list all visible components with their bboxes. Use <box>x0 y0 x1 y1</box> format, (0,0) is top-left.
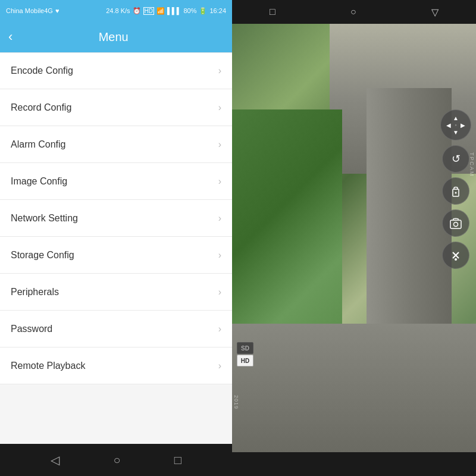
dpad-empty <box>445 114 452 121</box>
menu-item-label-alarm-config: Alarm Config <box>11 139 65 150</box>
record-icon <box>449 184 462 198</box>
menu-item-label-record-config: Record Config <box>11 102 71 113</box>
back-button[interactable]: ‹ <box>8 30 12 43</box>
chevron-right-icon: › <box>218 65 221 76</box>
right-phone: □ ○ ▽ TPCAM 2019 SD HD <box>232 0 476 476</box>
right-nav-bar <box>232 452 476 476</box>
menu-item-label-image-config: Image Config <box>11 176 67 187</box>
battery-icon: 🔋 <box>199 7 207 15</box>
nav-bar-bottom: ◁ ○ □ <box>0 444 232 476</box>
menu-item-remote-playback[interactable]: Remote Playback › <box>0 347 232 384</box>
status-bar-left: China Mobile4G ♥ <box>6 7 59 14</box>
dpad-left-icon[interactable]: ◀ <box>445 121 452 129</box>
camera-controls: ▲ ◀ ● ▶ ▼ ↺ <box>440 109 471 269</box>
rotate-button[interactable]: ↺ <box>442 145 469 173</box>
year-indicator: 2019 <box>233 395 239 409</box>
menu-item-password[interactable]: Password › <box>0 311 232 347</box>
menu-item-alarm-config[interactable]: Alarm Config › <box>0 126 232 163</box>
status-triangle-icon: ▽ <box>431 7 439 18</box>
record-button[interactable] <box>442 177 469 205</box>
dpad-control[interactable]: ▲ ◀ ● ▶ ▼ <box>440 109 471 140</box>
dpad-down-icon[interactable]: ▼ <box>452 129 459 136</box>
dpad-empty <box>459 129 466 136</box>
menu-item-encode-config[interactable]: Encode Config › <box>0 52 232 89</box>
menu-item-image-config[interactable]: Image Config › <box>0 163 232 200</box>
menu-list: Encode Config › Record Config › Alarm Co… <box>0 52 232 444</box>
dpad-center: ● <box>452 121 459 129</box>
delete-icon <box>449 249 462 262</box>
status-circle-icon: ○ <box>350 7 356 17</box>
dpad-up-icon[interactable]: ▲ <box>452 114 459 121</box>
camera-view: TPCAM 2019 SD HD ▲ ◀ <box>232 24 476 452</box>
svg-point-6 <box>455 258 457 261</box>
dpad-empty <box>445 129 452 136</box>
nav-home-icon[interactable]: ○ <box>113 453 120 467</box>
svg-rect-2 <box>450 220 461 228</box>
rotate-icon: ↺ <box>452 152 461 165</box>
status-square-icon: □ <box>270 7 275 17</box>
chevron-right-icon: › <box>218 102 221 113</box>
chevron-right-icon: › <box>218 139 221 150</box>
camera-scene: TPCAM 2019 SD HD ▲ ◀ <box>232 24 476 452</box>
carrier-text: China Mobile4G <box>6 7 53 14</box>
nav-back-icon[interactable]: ◁ <box>51 453 60 467</box>
menu-item-network-setting[interactable]: Network Setting › <box>0 200 232 237</box>
road-area <box>232 324 476 452</box>
dpad-right-icon[interactable]: ▶ <box>459 121 466 129</box>
right-status-bar: □ ○ ▽ <box>232 0 476 24</box>
signal-icon: ♥ <box>55 7 60 14</box>
menu-item-label-remote-playback: Remote Playback <box>11 361 85 371</box>
chevron-right-icon: › <box>218 361 221 371</box>
quality-sd-button[interactable]: SD <box>237 342 253 354</box>
status-bar-right: 24.8 K/s ⏰ HD 📶 ▌▌▌ 80% 🔋 16:24 <box>106 7 226 15</box>
menu-item-peripherals[interactable]: Peripherals › <box>0 274 232 311</box>
quality-toggle: SD HD <box>237 342 253 367</box>
chevron-right-icon: › <box>218 250 221 261</box>
menu-header: ‹ Menu <box>0 21 232 52</box>
snapshot-icon <box>449 216 463 230</box>
chevron-right-icon: › <box>218 213 221 224</box>
nav-recent-icon[interactable]: □ <box>174 453 181 467</box>
time-text: 16:24 <box>209 7 226 14</box>
quality-hd-button[interactable]: HD <box>237 355 253 367</box>
concrete-structure-side <box>367 88 452 324</box>
svg-point-1 <box>455 192 457 194</box>
dpad-arrows: ▲ ◀ ● ▶ ▼ <box>445 114 466 136</box>
menu-item-storage-config[interactable]: Storage Config › <box>0 237 232 274</box>
menu-item-label-network-setting: Network Setting <box>11 213 78 224</box>
delete-button[interactable] <box>442 242 469 269</box>
status-bar: China Mobile4G ♥ 24.8 K/s ⏰ HD 📶 ▌▌▌ 80%… <box>0 0 232 21</box>
battery-text: 80% <box>183 7 196 14</box>
chevron-right-icon: › <box>218 287 221 298</box>
chevron-right-icon: › <box>218 176 221 187</box>
menu-item-label-peripherals: Peripherals <box>11 287 59 298</box>
snapshot-button[interactable] <box>442 209 469 237</box>
wifi-icon: 📶 <box>156 7 165 15</box>
speed-text: 24.8 K/s <box>106 7 130 14</box>
hd-icon: HD <box>143 7 154 15</box>
signal-bars-icon: ▌▌▌ <box>167 7 181 14</box>
dpad-circle: ▲ ◀ ● ▶ ▼ <box>440 109 471 140</box>
alarm-icon: ⏰ <box>133 7 141 15</box>
menu-title: Menu <box>21 30 206 44</box>
dpad-empty <box>459 114 466 121</box>
menu-item-record-config[interactable]: Record Config › <box>0 89 232 126</box>
menu-item-label-password: Password <box>11 324 52 334</box>
menu-item-label-storage-config: Storage Config <box>11 250 74 261</box>
menu-item-label-encode-config: Encode Config <box>11 65 73 76</box>
left-phone: China Mobile4G ♥ 24.8 K/s ⏰ HD 📶 ▌▌▌ 80%… <box>0 0 232 476</box>
chevron-right-icon: › <box>218 324 221 334</box>
svg-point-3 <box>454 223 458 227</box>
